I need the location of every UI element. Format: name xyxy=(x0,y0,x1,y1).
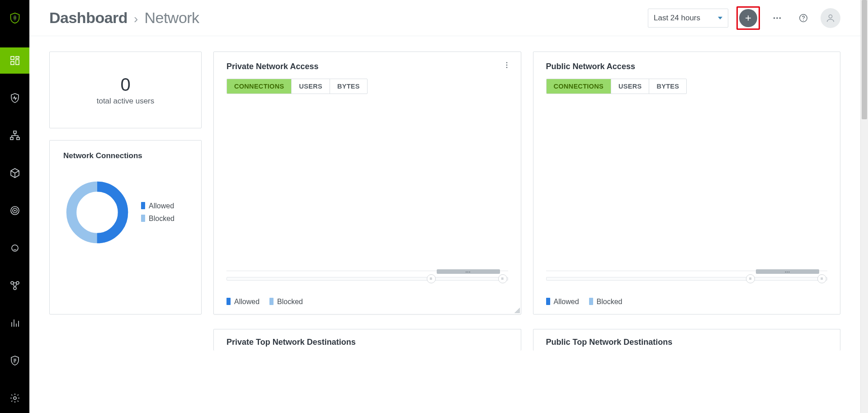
svg-point-30 xyxy=(829,14,832,18)
account-button[interactable] xyxy=(821,8,840,28)
more-button[interactable] xyxy=(768,9,786,27)
chevron-right-icon: › xyxy=(134,13,138,25)
cube-icon xyxy=(9,168,20,178)
face-id-icon xyxy=(9,243,20,253)
help-icon xyxy=(798,13,808,23)
tab-bytes[interactable]: BYTES xyxy=(330,79,367,94)
resize-handle-icon[interactable] xyxy=(514,308,520,313)
svg-point-29 xyxy=(803,19,804,20)
kpi користувачів-value: 0 xyxy=(120,75,130,95)
sidebar-item-security[interactable] xyxy=(0,85,29,111)
add-button[interactable] xyxy=(739,9,757,27)
sidebar-item-reports[interactable] xyxy=(0,310,29,336)
panel-legend: Allowed Blocked xyxy=(546,298,828,306)
sidebar-item-dashboard[interactable] xyxy=(0,47,29,74)
svg-point-25 xyxy=(774,17,775,19)
shield-logo-icon xyxy=(9,13,20,23)
range-handle-end[interactable]: ≡ xyxy=(817,274,826,283)
tab-connections[interactable]: CONNECTIONS xyxy=(547,79,611,94)
swatch-blocked-icon xyxy=(141,215,145,222)
brand-logo xyxy=(0,0,29,36)
tab-users[interactable]: USERS xyxy=(611,79,649,94)
breadcrumb: Dashboard › Network xyxy=(49,9,199,27)
sidebar-item-integrations[interactable] xyxy=(0,272,29,299)
range-bar[interactable]: ••• xyxy=(756,269,819,274)
sidebar-item-policies[interactable] xyxy=(0,347,29,374)
swatch-blocked-icon xyxy=(269,298,274,305)
header-actions: Last 24 hours xyxy=(648,6,840,30)
dashboard-main: 0 total active users Network Connections… xyxy=(29,36,860,413)
card-public-network-access: Public Network Access CONNECTIONS USERS … xyxy=(533,52,841,314)
target-icon xyxy=(9,205,20,216)
user-icon xyxy=(826,13,835,23)
sidebar-item-identity[interactable] xyxy=(0,235,29,261)
sidebar-item-settings[interactable] xyxy=(0,385,29,411)
help-button[interactable] xyxy=(794,9,812,27)
legend-blocked: Blocked xyxy=(269,298,303,306)
card-title: Public Top Network Destinations xyxy=(546,338,828,347)
kpi-label: total active users xyxy=(97,97,155,106)
kpi-active-users: 0 total active users xyxy=(49,52,202,128)
legend-allowed: Allowed xyxy=(141,202,175,210)
tree-icon xyxy=(9,130,20,141)
breadcrumb-root[interactable]: Dashboard xyxy=(49,9,127,27)
svg-rect-3 xyxy=(16,60,19,65)
time-range-slider[interactable]: ••• ≡ ≡ xyxy=(546,268,828,290)
svg-point-22 xyxy=(14,397,16,399)
time-range-picker[interactable]: Last 24 hours xyxy=(648,9,728,28)
card-menu-button[interactable] xyxy=(503,61,511,71)
left-column: 0 total active users Network Connections… xyxy=(49,52,202,314)
panel-legend: Allowed Blocked xyxy=(226,298,508,306)
shield-list-icon xyxy=(9,355,20,366)
legend-allowed: Allowed xyxy=(546,298,579,306)
add-button-highlight xyxy=(736,6,760,30)
link-nodes-icon xyxy=(9,280,20,291)
swatch-blocked-icon xyxy=(589,298,593,305)
chart-area xyxy=(546,98,828,268)
svg-point-9 xyxy=(13,208,17,213)
swatch-allowed-icon xyxy=(141,202,145,209)
legend-allowed: Allowed xyxy=(226,298,259,306)
scrollbar-thumb[interactable] xyxy=(862,0,867,119)
donut-chart xyxy=(63,178,131,246)
swatch-allowed-icon xyxy=(546,298,550,305)
svg-point-34 xyxy=(506,65,507,66)
range-bar[interactable]: ••• xyxy=(437,269,500,274)
sidebar-item-network[interactable] xyxy=(0,122,29,149)
plus-icon xyxy=(744,14,753,23)
tab-connections[interactable]: CONNECTIONS xyxy=(227,79,292,94)
svg-rect-1 xyxy=(11,56,14,60)
card-title: Private Top Network Destinations xyxy=(226,338,508,347)
vertical-scrollbar[interactable] xyxy=(860,0,868,413)
legend-blocked: Blocked xyxy=(589,298,623,306)
swatch-allowed-icon xyxy=(226,298,231,305)
metric-tabs: CONNECTIONS USERS BYTES xyxy=(546,79,687,94)
time-range-slider[interactable]: ••• ≡ ≡ xyxy=(226,268,508,290)
metric-tabs: CONNECTIONS USERS BYTES xyxy=(226,79,368,94)
range-handle-end[interactable]: ≡ xyxy=(498,274,507,283)
range-handle-start[interactable]: ≡ xyxy=(746,274,755,283)
bar-chart-icon xyxy=(9,318,20,329)
card-public-top-destinations: Public Top Network Destinations xyxy=(533,329,841,351)
caret-down-icon xyxy=(718,17,722,19)
sidebar-item-target[interactable] xyxy=(0,197,29,224)
page-header: Dashboard › Network Last 24 hours xyxy=(29,0,860,36)
svg-rect-4 xyxy=(11,61,14,65)
range-handle-start[interactable]: ≡ xyxy=(427,274,436,283)
donut-legend: Allowed Blocked xyxy=(141,202,175,223)
kebab-icon xyxy=(503,61,511,69)
tab-users[interactable]: USERS xyxy=(292,79,330,94)
card-network-connections: Network Connections Allowed Blocked xyxy=(49,140,202,314)
svg-point-14 xyxy=(14,287,16,290)
side-nav xyxy=(0,0,29,413)
svg-rect-6 xyxy=(10,137,13,140)
dashboard-icon xyxy=(9,55,20,66)
svg-point-35 xyxy=(506,67,507,68)
card-private-top-destinations: Private Top Network Destinations xyxy=(213,329,521,351)
sidebar-item-packages[interactable] xyxy=(0,160,29,186)
shield-pulse-icon xyxy=(9,93,20,103)
tab-bytes[interactable]: BYTES xyxy=(649,79,686,94)
svg-point-8 xyxy=(11,206,19,215)
svg-point-26 xyxy=(776,17,778,19)
svg-point-10 xyxy=(14,210,15,211)
